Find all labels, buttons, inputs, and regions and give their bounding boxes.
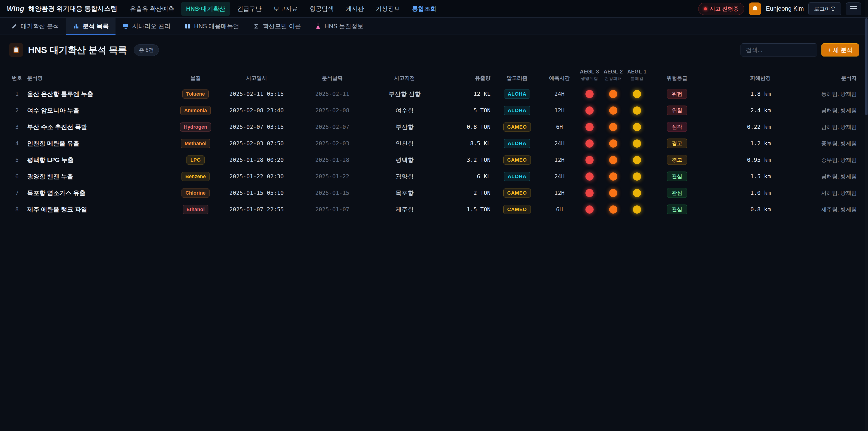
column-header: 위험등급 <box>649 64 705 86</box>
page-header: HNS 대기확산 분석 목록 총 8건 + 새 분석 <box>9 43 859 57</box>
tab-3[interactable]: HNS 대응매뉴얼 <box>178 18 246 35</box>
accident-location: 부산항 신항 <box>368 86 441 102</box>
accident-location: 여수항 <box>368 102 441 119</box>
aegl2-indicator-icon <box>609 173 617 181</box>
forecast-hours: 12H <box>541 102 578 119</box>
analyst: 동해팀, 방제팀 <box>773 86 859 102</box>
notification-bell-button[interactable] <box>749 2 761 15</box>
risk-level-badge: 관심 <box>667 205 687 214</box>
damage-radius: 0.8 km <box>705 201 773 218</box>
substance-badge: LPG <box>186 155 204 164</box>
table-row[interactable]: 8제주 에탄올 탱크 파열Ethanol2025-01-07 22:552025… <box>9 201 859 218</box>
analyst: 남해팀, 방제팀 <box>773 119 859 135</box>
forecast-hours: 24H <box>541 86 578 102</box>
damage-radius: 1.8 km <box>705 86 773 102</box>
accident-datetime: 2025-02-08 23:40 <box>217 102 296 119</box>
nav-item-7[interactable]: 통합조회 <box>407 2 441 16</box>
table-row[interactable]: 6광양항 벤젠 누출Benzene2025-01-22 02:302025-01… <box>9 168 859 185</box>
monitor-icon <box>122 23 129 30</box>
analysis-name[interactable]: 광양항 벤젠 누출 <box>25 168 174 185</box>
damage-radius: 0.95 km <box>705 152 773 168</box>
nav-right: 사고 진행중 Eunjeong Kim 로그아웃 <box>698 2 861 16</box>
analysis-date: 2025-02-03 <box>296 135 368 152</box>
row-number: 4 <box>9 135 25 152</box>
substance-badge: Hydrogen <box>180 123 211 131</box>
table-row[interactable]: 4인천항 메탄올 유출Methanol2025-02-03 07:502025-… <box>9 135 859 152</box>
accident-location: 부산항 <box>368 119 441 135</box>
sigma-icon <box>253 23 259 30</box>
column-header: 분석명 <box>25 64 174 86</box>
forecast-hours: 6H <box>541 201 578 218</box>
incident-status-badge[interactable]: 사고 진행중 <box>698 3 744 15</box>
accident-location: 광양항 <box>368 168 441 185</box>
table-header-row: 번호분석명물질사고일시분석날짜사고지점유출량알고리즘예측시간AEGL-3생명위험… <box>9 64 859 86</box>
nav-item-0[interactable]: 유출유 확산예측 <box>125 2 180 16</box>
substance-badge: Ethanol <box>183 205 209 214</box>
forecast-hours: 6H <box>541 119 578 135</box>
system-title: 해양환경 위기대응 통합시스템 <box>28 4 117 13</box>
nav-item-2[interactable]: 긴급구난 <box>232 2 267 16</box>
spill-amount: 12 KL <box>441 86 493 102</box>
tab-label: HNS 대응매뉴얼 <box>194 22 239 30</box>
total-count-badge: 총 8건 <box>134 44 159 56</box>
risk-level-badge: 심각 <box>667 122 687 132</box>
forecast-hours: 24H <box>541 135 578 152</box>
tab-5[interactable]: HNS 물질정보 <box>308 18 370 35</box>
aegl1-indicator-icon <box>633 206 641 214</box>
new-analysis-button[interactable]: + 새 분석 <box>822 43 859 57</box>
tab-0[interactable]: 대기확산 분석 <box>4 18 66 35</box>
tab-2[interactable]: 시나리오 관리 <box>116 18 178 35</box>
risk-level-badge: 경고 <box>667 155 687 165</box>
aegl2-indicator-icon <box>609 90 617 98</box>
analysis-date: 2025-01-22 <box>296 168 368 185</box>
analysis-name[interactable]: 평택항 LPG 누출 <box>25 152 174 168</box>
tab-4[interactable]: 확산모델 이론 <box>246 18 308 35</box>
nav-item-5[interactable]: 게시판 <box>341 2 369 16</box>
logout-button[interactable]: 로그아웃 <box>808 2 841 16</box>
damage-radius: 1.0 km <box>705 185 773 201</box>
analyst: 중부팀, 방제팀 <box>773 135 859 152</box>
bell-icon <box>751 5 758 12</box>
aegl2-indicator-icon <box>609 156 617 164</box>
analysis-name[interactable]: 여수 암모니아 누출 <box>25 102 174 119</box>
scrollbar-thumb[interactable] <box>865 18 868 115</box>
hamburger-menu-button[interactable] <box>846 2 861 15</box>
algorithm-badge: CAMEO <box>503 205 531 214</box>
table-row[interactable]: 1울산 온산항 톨루엔 누출Toluene2025-02-11 05:15202… <box>9 86 859 102</box>
status-label: 사고 진행중 <box>710 5 739 12</box>
spill-amount: 5 TON <box>441 102 493 119</box>
spill-amount: 8.5 KL <box>441 135 493 152</box>
tab-1[interactable]: 분석 목록 <box>66 18 116 35</box>
page-header-right: + 새 분석 <box>741 43 859 57</box>
analysis-name[interactable]: 제주 에탄올 탱크 파열 <box>25 201 174 218</box>
nav-item-3[interactable]: 보고자료 <box>268 2 303 16</box>
analysis-name[interactable]: 부산 수소 추진선 폭발 <box>25 119 174 135</box>
app-logo: Wing <box>7 5 24 13</box>
accident-location: 제주항 <box>368 201 441 218</box>
nav-item-1[interactable]: HNS·대기확산 <box>181 2 230 16</box>
nav-item-6[interactable]: 기상정보 <box>371 2 405 16</box>
search-input[interactable] <box>741 43 817 57</box>
aegl1-indicator-icon <box>633 173 641 181</box>
analysis-name[interactable]: 인천항 메탄올 유출 <box>25 135 174 152</box>
analysis-name[interactable]: 울산 온산항 톨루엔 누출 <box>25 86 174 102</box>
substance-badge: Toluene <box>182 90 209 98</box>
scrollbar-track[interactable] <box>865 0 868 431</box>
table-row[interactable]: 2여수 암모니아 누출Ammonia2025-02-08 23:402025-0… <box>9 102 859 119</box>
accident-datetime: 2025-01-28 00:20 <box>217 152 296 168</box>
table-row[interactable]: 3부산 수소 추진선 폭발Hydrogen2025-02-07 03:15202… <box>9 119 859 135</box>
risk-level-badge: 관심 <box>667 188 687 198</box>
row-number: 6 <box>9 168 25 185</box>
algorithm-badge: CAMEO <box>503 155 531 164</box>
aegl1-indicator-icon <box>633 156 641 164</box>
damage-radius: 1.5 km <box>705 168 773 185</box>
table-row[interactable]: 5평택항 LPG 누출LPG2025-01-28 00:202025-01-28… <box>9 152 859 168</box>
tab-label: 대기확산 분석 <box>21 22 59 30</box>
aegl3-indicator-icon <box>585 106 594 115</box>
table-row[interactable]: 7목포항 염소가스 유출Chlorine2025-01-15 05:102025… <box>9 185 859 201</box>
row-number: 8 <box>9 201 25 218</box>
nav-item-4[interactable]: 항공탐색 <box>305 2 339 16</box>
accident-datetime: 2025-01-22 02:30 <box>217 168 296 185</box>
aegl3-indicator-icon <box>585 123 594 131</box>
analysis-name[interactable]: 목포항 염소가스 유출 <box>25 185 174 201</box>
